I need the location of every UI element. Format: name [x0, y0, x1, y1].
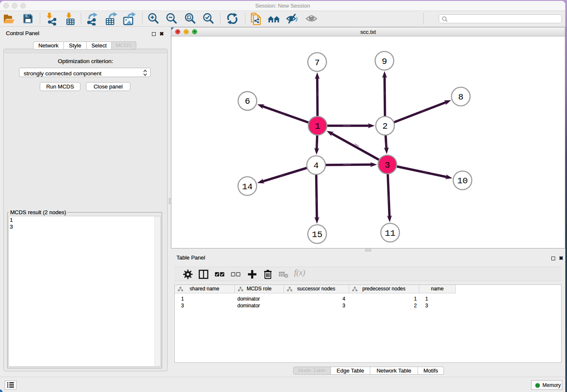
- svg-text:6: 6: [245, 97, 250, 106]
- svg-text:11: 11: [385, 229, 395, 238]
- svg-text:8: 8: [458, 92, 464, 102]
- svg-text:10: 10: [457, 176, 468, 186]
- svg-text:14: 14: [242, 182, 253, 192]
- svg-text:1: 1: [315, 121, 320, 131]
- svg-text:4: 4: [314, 161, 319, 171]
- svg-text:7: 7: [314, 58, 320, 68]
- svg-text:2: 2: [383, 121, 388, 131]
- svg-text:9: 9: [382, 57, 387, 66]
- svg-text:3: 3: [385, 160, 390, 170]
- svg-text:15: 15: [312, 230, 322, 240]
